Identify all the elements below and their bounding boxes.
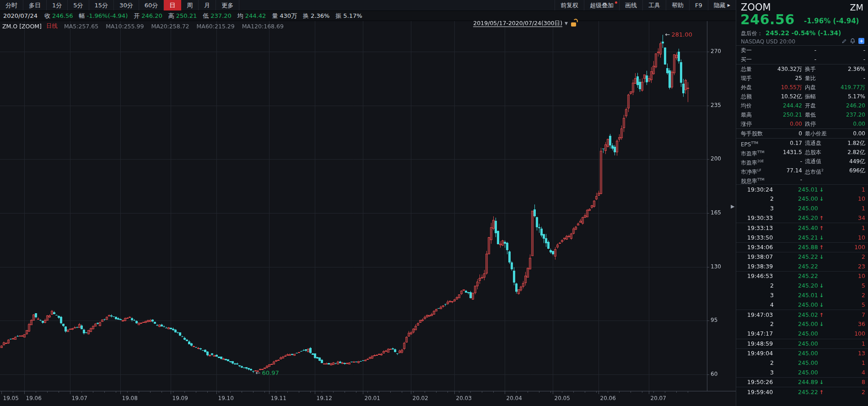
toolbar-item[interactable]: 帮助 — [666, 0, 689, 11]
trade-row[interactable]: 19:30:33245.20↑34 — [736, 213, 868, 223]
trade-price: 245.22↑ — [798, 389, 824, 395]
period-tab[interactable]: 周 — [181, 0, 199, 11]
summary-value: 5.17% — [343, 12, 362, 19]
summary-item: 幅-1.96%(-4.94) — [79, 12, 128, 20]
period-tab[interactable]: 60分 — [139, 0, 164, 11]
period-tab[interactable]: 日 — [164, 0, 181, 11]
quote-label-sup: TTM — [751, 141, 758, 145]
trade-qty: 2 — [862, 253, 865, 260]
bid-ask-label: 买一 — [741, 55, 752, 64]
quote-value: 0.00 — [853, 129, 865, 138]
toolbar-item[interactable]: 隐藏▶ — [708, 0, 736, 11]
toolbar-item[interactable]: 画线 — [619, 0, 642, 11]
trade-row[interactable]: 19:47:03245.02↑7 — [736, 310, 868, 319]
quote-label-sup: 2 — [821, 168, 824, 172]
trade-time: 3 — [747, 292, 774, 299]
quote-label: 总量 — [741, 64, 752, 74]
quote-value: 10.55万 — [781, 83, 802, 92]
period-tab[interactable]: 15分 — [89, 0, 114, 11]
trade-row[interactable]: 2245.00↓36 — [736, 319, 868, 329]
period-tab[interactable]: 5分 — [68, 0, 89, 11]
quote-value: 237.20 — [846, 110, 865, 119]
candlestick-canvas[interactable] — [0, 21, 736, 406]
period-tab[interactable]: 月 — [199, 0, 216, 11]
trade-qty: 36 — [858, 321, 865, 327]
trade-qty: 1 — [862, 340, 865, 347]
last-price: 246.56 — [740, 11, 795, 27]
panel-collapse-icon[interactable]: ▶ — [731, 203, 734, 209]
trade-qty: 2 — [862, 292, 865, 299]
chevron-down-icon[interactable]: ▼ — [565, 21, 568, 26]
quote-row: 最高250.21最低237.20 — [736, 110, 868, 119]
trade-row[interactable]: 19:50:26244.89↓8 — [736, 377, 868, 387]
trade-row[interactable]: 2245.20↓5 — [736, 281, 868, 290]
trading-app-window: 分时多日1分5分15分30分60分日周月更多 前复权超级叠加画线工具帮助F9隐藏… — [0, 0, 868, 406]
period-tab[interactable]: 1分 — [47, 0, 68, 11]
trade-row[interactable]: 2245.00↓10 — [736, 194, 868, 203]
trade-row[interactable]: 4245.00↓5 — [736, 300, 868, 310]
trade-row[interactable]: 19:38:39245.2223 — [736, 262, 868, 271]
trade-price: 245.00 — [798, 330, 818, 337]
trade-row[interactable]: 3245.001 — [736, 203, 868, 213]
quote-label: 总股本 — [805, 148, 821, 157]
trade-row[interactable]: 19:47:17245.00100 — [736, 329, 868, 338]
bid-ask-label: 卖一 — [741, 46, 752, 55]
trade-row[interactable]: 19:33:13245.40↑1 — [736, 223, 868, 232]
period-tab[interactable]: 30分 — [114, 0, 139, 11]
toolbar-item[interactable]: F9 — [689, 0, 708, 11]
down-arrow-icon: ↓ — [819, 283, 824, 289]
trade-qty: 1 — [862, 224, 865, 231]
toolbar-item[interactable]: 工具 — [642, 0, 666, 11]
trade-qty: 1 — [862, 186, 865, 193]
trade-time: 19:38:07 — [747, 253, 774, 260]
period-tab[interactable]: 分时 — [0, 0, 23, 11]
quote-value: 244.42 — [783, 101, 802, 110]
price-change: -1.96% (-4.94) — [804, 17, 859, 25]
date-range-control[interactable]: 2019/05/17-2020/07/24(300日) ▼ — [473, 19, 577, 27]
add-to-watchlist-icon[interactable]: ＋ — [858, 38, 864, 44]
quote-row: 股息率TTM- — [736, 175, 868, 185]
trade-price: 245.00 — [798, 369, 818, 376]
summary-label: 收 — [44, 12, 50, 19]
up-arrow-icon: ↑ — [819, 225, 824, 231]
date-range-label[interactable]: 2019/05/17-2020/07/24(300日) — [473, 20, 562, 27]
summary-label: 换 — [303, 12, 309, 19]
summary-label: 量 — [272, 12, 278, 19]
period-tab[interactable]: 更多 — [216, 0, 239, 11]
trade-row[interactable]: 19:59:40245.22↑2 — [736, 387, 868, 396]
trade-row[interactable]: 3245.01↓2 — [736, 290, 868, 300]
quote-value: 0.17 — [790, 139, 802, 148]
trade-row[interactable]: 3245.004 — [736, 368, 868, 377]
lock-icon[interactable] — [571, 20, 577, 27]
quote-value: 1.82亿 — [847, 139, 865, 148]
toolbar-item[interactable]: 前复权 — [555, 0, 584, 11]
quote-label: 外盘 — [741, 83, 752, 92]
trade-row[interactable]: 19:46:53245.2210 — [736, 271, 868, 281]
trade-time: 19:34:06 — [747, 244, 774, 251]
quote-row: 市净率LF77.14总市值2696亿 — [736, 166, 868, 175]
quote-value: - — [800, 175, 802, 184]
trade-price: 245.00 — [798, 205, 818, 212]
summary-value: 246.20 — [141, 12, 162, 19]
down-arrow-icon: ↓ — [819, 302, 824, 308]
bell-icon[interactable] — [850, 38, 856, 44]
trade-time: 19:48:59 — [747, 340, 774, 347]
trade-row[interactable]: 19:49:04245.0013 — [736, 348, 868, 358]
trade-row[interactable]: 2245.001 — [736, 358, 868, 368]
daily-summary-bar: 2020/07/24 收246.56幅-1.96%(-4.94)开246.20高… — [0, 11, 736, 21]
trade-row[interactable]: 19:30:24245.01↓1 — [736, 184, 868, 194]
trade-row[interactable]: 19:48:59245.001 — [736, 339, 868, 348]
trade-row[interactable]: 19:34:06245.88↑100 — [736, 242, 868, 252]
summary-label: 低 — [203, 12, 209, 19]
toolbar-item[interactable]: 超级叠加 — [584, 0, 619, 11]
period-tab[interactable]: 多日 — [23, 0, 47, 11]
quote-label: 流通值 — [805, 157, 821, 166]
summary-label: 均 — [237, 12, 243, 19]
trade-price: 245.20↑ — [798, 214, 824, 221]
pencil-icon[interactable] — [841, 38, 847, 44]
chart-area: ZM.O [ZOOM] 日线 MA5:257.65 MA10:255.99 MA… — [0, 21, 736, 406]
trade-row[interactable]: 19:33:50245.21↓10 — [736, 232, 868, 242]
trade-row[interactable]: 19:38:07245.22↓2 — [736, 252, 868, 262]
quote-label: 最低 — [805, 110, 816, 119]
quote-label: 流通盘 — [805, 139, 821, 148]
